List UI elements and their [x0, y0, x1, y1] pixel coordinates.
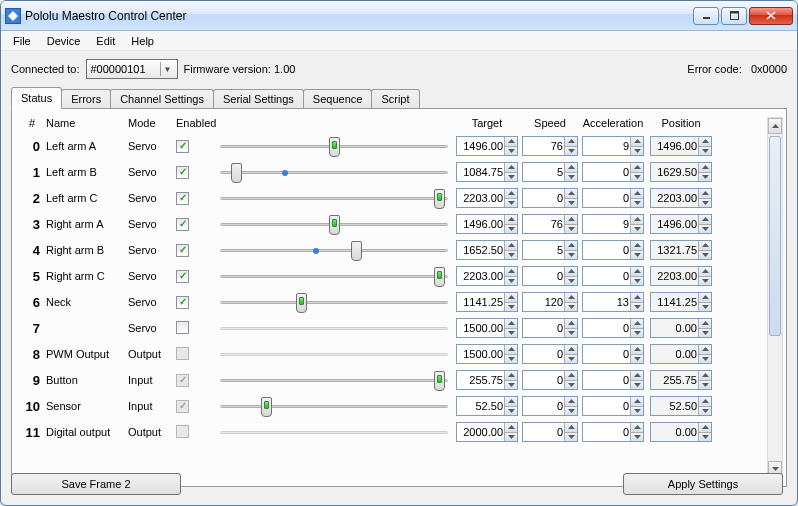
accel-spinner[interactable]: 13: [582, 292, 644, 312]
tab-sequence[interactable]: Sequence: [303, 89, 373, 108]
scroll-up-button[interactable]: [768, 118, 782, 134]
speed-spinner[interactable]: 0: [522, 266, 578, 286]
position-spinner[interactable]: 1496.00: [650, 214, 712, 234]
slider-thumb[interactable]: [231, 163, 242, 183]
maximize-button[interactable]: [721, 7, 747, 25]
slider-thumb[interactable]: [434, 189, 445, 209]
scroll-thumb[interactable]: [769, 136, 781, 336]
accel-spinner[interactable]: 0: [582, 240, 644, 260]
slider-thumb[interactable]: [351, 241, 362, 261]
target-slider[interactable]: [220, 264, 448, 288]
enabled-checkbox[interactable]: [176, 166, 189, 179]
accel-spinner[interactable]: 9: [582, 136, 644, 156]
connected-to-label: Connected to:: [11, 63, 80, 75]
target-slider[interactable]: [220, 368, 448, 392]
slider-thumb[interactable]: [329, 137, 340, 157]
accel-spinner[interactable]: 0: [582, 318, 644, 338]
enabled-checkbox[interactable]: [176, 140, 189, 153]
position-spinner[interactable]: 2203.00: [650, 188, 712, 208]
speed-spinner[interactable]: 76: [522, 136, 578, 156]
tab-errors[interactable]: Errors: [61, 89, 111, 108]
target-spinner[interactable]: 1500.00: [456, 318, 518, 338]
accel-spinner[interactable]: 9: [582, 214, 644, 234]
slider-thumb[interactable]: [261, 397, 272, 417]
vertical-scrollbar[interactable]: [767, 117, 783, 478]
speed-spinner[interactable]: 0: [522, 188, 578, 208]
menu-help[interactable]: Help: [123, 33, 162, 49]
target-spinner[interactable]: 2000.00: [456, 422, 518, 442]
accel-spinner[interactable]: 0: [582, 422, 644, 442]
save-frame-button[interactable]: Save Frame 2: [11, 473, 181, 495]
target-slider[interactable]: [220, 186, 448, 210]
speed-spinner[interactable]: 120: [522, 292, 578, 312]
accel-spinner[interactable]: 0: [582, 396, 644, 416]
speed-spinner[interactable]: 0: [522, 344, 578, 364]
enabled-checkbox[interactable]: [176, 296, 189, 309]
accel-spinner[interactable]: 0: [582, 266, 644, 286]
connection-bar: Connected to: #00000101 ▼ Firmware versi…: [11, 59, 787, 79]
channel-number: 3: [18, 217, 46, 232]
menu-device[interactable]: Device: [39, 33, 89, 49]
speed-spinner[interactable]: 5: [522, 240, 578, 260]
accel-spinner[interactable]: 0: [582, 188, 644, 208]
position-spinner[interactable]: 255.75: [650, 370, 712, 390]
target-slider[interactable]: [220, 290, 448, 314]
tab-serial-settings[interactable]: Serial Settings: [213, 89, 304, 108]
enabled-checkbox[interactable]: [176, 244, 189, 257]
target-slider[interactable]: [220, 238, 448, 262]
tab-status[interactable]: Status: [11, 87, 62, 109]
speed-spinner[interactable]: 0: [522, 422, 578, 442]
minimize-button[interactable]: [693, 7, 719, 25]
speed-spinner[interactable]: 0: [522, 318, 578, 338]
close-button[interactable]: [749, 7, 793, 25]
position-spinner[interactable]: 52.50: [650, 396, 712, 416]
target-slider[interactable]: [220, 212, 448, 236]
target-spinner[interactable]: 1084.75: [456, 162, 518, 182]
tab-channel-settings[interactable]: Channel Settings: [110, 89, 214, 108]
header-mode: Mode: [128, 117, 176, 129]
apply-settings-button[interactable]: Apply Settings: [623, 473, 783, 495]
menu-edit[interactable]: Edit: [88, 33, 123, 49]
accel-spinner[interactable]: 0: [582, 162, 644, 182]
target-spinner[interactable]: 1496.00: [456, 136, 518, 156]
target-spinner[interactable]: 2203.00: [456, 266, 518, 286]
position-spinner[interactable]: 1496.00: [650, 136, 712, 156]
slider-thumb[interactable]: [434, 371, 445, 391]
position-spinner[interactable]: 2203.00: [650, 266, 712, 286]
tab-script[interactable]: Script: [371, 89, 419, 108]
target-spinner[interactable]: 1500.00: [456, 344, 518, 364]
target-spinner[interactable]: 1141.25: [456, 292, 518, 312]
slider-thumb[interactable]: [329, 215, 340, 235]
error-code-value: 0x0000: [751, 63, 787, 75]
slider-thumb[interactable]: [296, 293, 307, 313]
speed-spinner[interactable]: 5: [522, 162, 578, 182]
accel-spinner[interactable]: 0: [582, 344, 644, 364]
slider-thumb[interactable]: [434, 267, 445, 287]
titlebar[interactable]: Pololu Maestro Control Center: [1, 1, 797, 31]
accel-spinner[interactable]: 0: [582, 370, 644, 390]
enabled-checkbox[interactable]: [176, 192, 189, 205]
menu-file[interactable]: File: [5, 33, 39, 49]
speed-spinner[interactable]: 0: [522, 396, 578, 416]
position-spinner[interactable]: 0.00: [650, 318, 712, 338]
target-spinner[interactable]: 2203.00: [456, 188, 518, 208]
position-spinner[interactable]: 1141.25: [650, 292, 712, 312]
position-spinner[interactable]: 1629.50: [650, 162, 712, 182]
target-spinner[interactable]: 255.75: [456, 370, 518, 390]
target-slider[interactable]: [220, 394, 448, 418]
enabled-checkbox[interactable]: [176, 270, 189, 283]
target-spinner[interactable]: 52.50: [456, 396, 518, 416]
speed-spinner[interactable]: 76: [522, 214, 578, 234]
target-slider[interactable]: [220, 160, 448, 184]
enabled-checkbox[interactable]: [176, 321, 189, 334]
target-slider[interactable]: [220, 134, 448, 158]
position-spinner[interactable]: 0.00: [650, 422, 712, 442]
speed-spinner[interactable]: 0: [522, 370, 578, 390]
device-select[interactable]: #00000101 ▼: [86, 59, 178, 79]
target-spinner[interactable]: 1652.50: [456, 240, 518, 260]
target-spinner[interactable]: 1496.00: [456, 214, 518, 234]
enabled-checkbox[interactable]: [176, 218, 189, 231]
position-spinner[interactable]: 1321.75: [650, 240, 712, 260]
position-spinner[interactable]: 0.00: [650, 344, 712, 364]
channel-row: 4Right arm BServo1652.50501321.75: [18, 237, 784, 263]
